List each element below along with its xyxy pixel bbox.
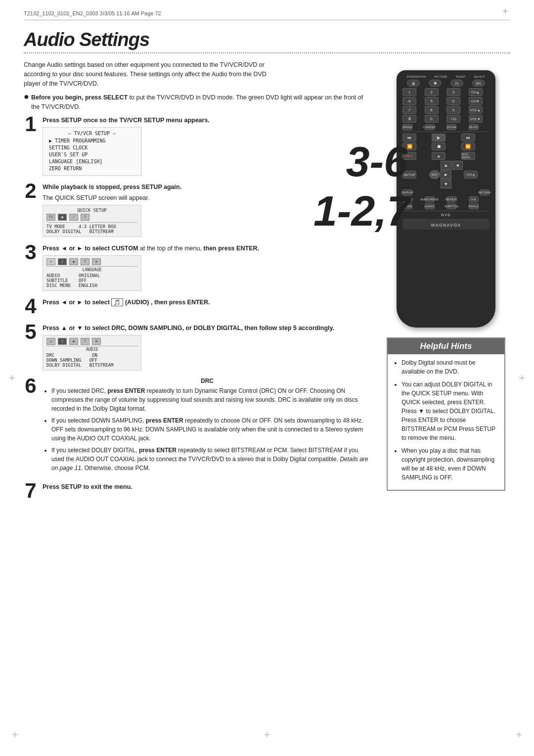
btn-title[interactable]: TITLE [464, 171, 478, 179]
page-container: T2132_1102_0102_EN2_0303 3/3/05 11:16 AM… [0, 0, 534, 756]
btn-ab[interactable]: A-B [469, 196, 479, 202]
btn-play[interactable]: ▶ [432, 134, 445, 142]
qs-icon-tv: TV [46, 214, 55, 221]
btn-standby[interactable]: ⏻ [407, 80, 420, 87]
numpad: 1 2 3 CH▲ 4 5 6 CH▼ 7 8 9 VOL▲ ⏸ 0 [402, 88, 490, 123]
qs5-icon1: ⊙ [46, 338, 55, 345]
helpful-hints-list: Dolby Digital sound must be available on… [394, 358, 498, 482]
btn-up[interactable]: ▲ [432, 152, 445, 160]
btn-rew[interactable]: ⏮ [402, 134, 416, 142]
dpad-area: SETUP ▲ ◄ ENT ► ▼ TITLE [402, 161, 490, 189]
remote-div1 [402, 132, 490, 132]
btn-mode[interactable]: MODE [402, 203, 412, 209]
step-7-number: 7 [24, 480, 38, 501]
btn-return[interactable]: RETURN [480, 189, 490, 195]
btn-picture[interactable]: ▣ [429, 80, 442, 87]
step-1-number: 1 [24, 114, 38, 135]
btn-rec[interactable]: REC [402, 152, 416, 160]
helpful-hints-header: Helpful Hints [388, 338, 504, 354]
btn-nav-up[interactable]: ▲ [441, 161, 451, 170]
btn-pause-num[interactable]: ⏸ [402, 115, 416, 123]
btn-disc-menu[interactable]: DISC MENU [461, 152, 475, 160]
right-column: STANDBY/ON PICTURE SLEEP SELECT ⏻ ▣ Zz S… [382, 60, 510, 508]
btn-audio[interactable]: AUDIO [425, 203, 435, 209]
step-2-number: 2 [24, 181, 38, 201]
step-2-content: While playback is stopped, press SETUP a… [43, 183, 372, 237]
mode-row: MODE AUDIO SUBTITLE ANGLE [402, 203, 490, 209]
step-3-content: Press ◄ or ► to select CUSTOM at the top… [43, 244, 372, 291]
btn-7[interactable]: 7 [402, 106, 416, 114]
helpful-hints-body: Dolby Digital sound must be available on… [388, 354, 504, 490]
qs5-icon5: ⊞ [92, 338, 101, 345]
header-meta: T2132_1102_0102_EN2_0303 3/3/05 11:16 AM… [24, 10, 161, 16]
drc-bullet-1: If you selected DRC, press ENTER repeate… [51, 386, 372, 413]
btn-ch-up[interactable]: CH▲ [469, 88, 483, 96]
btn-creset[interactable]: C.RESET [425, 124, 435, 130]
step-5-menu: ⊙ ♪ ◉ T ⊞ AUDIO DRC ON DOWN SAMPLING OFF… [43, 335, 141, 371]
btn-1[interactable]: 1 [402, 88, 416, 96]
step-1-content: Press SETUP once so the TV/VCR SETUP men… [43, 116, 372, 176]
hint-item-2: You can adjust DOLBY DIGITAL in the QUIC… [401, 380, 498, 442]
step-6-content: DRC If you selected DRC, press ENTER rep… [43, 378, 372, 475]
special-row: SPEED C.RESET ZOOM MUTE [402, 124, 490, 130]
step-1: 1 Press SETUP once so the TV/VCR SETUP m… [24, 116, 372, 176]
btn-zoom[interactable]: ZOOM [446, 124, 456, 130]
btn-mute[interactable]: MUTE [469, 124, 479, 130]
btn-plus10[interactable]: +10 [446, 115, 460, 123]
hint-item-1: Dolby Digital sound must be available on… [401, 358, 498, 376]
qs-icon-audio: ♪ [69, 214, 78, 221]
qs3-icon1: ⊙ [46, 258, 55, 265]
btn-fwd[interactable]: ⏭ [461, 134, 475, 142]
bottom-center-crosshair: + [264, 728, 270, 741]
step-2: 2 While playback is stopped, press SETUP… [24, 183, 372, 237]
btn-next[interactable]: ⏩ [461, 142, 475, 150]
btn-5[interactable]: 5 [425, 97, 439, 105]
btn-4[interactable]: 4 [402, 97, 416, 105]
step-4-content: Press ◄ or ► to select 🎵 (AUDIO) , then … [43, 298, 372, 309]
step-7-content: Press SETUP to exit the menu. [43, 482, 372, 494]
btn-select[interactable]: SEL [472, 80, 485, 87]
intro-text: Change Audio settings based on other equ… [24, 60, 281, 88]
step-4-number: 4 [24, 296, 38, 317]
btn-nav-left[interactable]: ◄ [452, 161, 463, 170]
btn-vol-down[interactable]: VOL▼ [469, 115, 483, 123]
helpful-hints-box: Helpful Hints Dolby Digital sound must b… [387, 337, 505, 491]
step-5-content: Press ▲ or ▼ to select DRC, DOWN SAMPLIN… [43, 324, 372, 371]
remote-top-labels: STANDBY/ON PICTURE SLEEP SELECT [402, 75, 490, 78]
btn-9[interactable]: 9 [446, 106, 460, 114]
remote-row-standby: ⏻ ▣ Zz SEL [402, 80, 490, 87]
step-4: 4 Press ◄ or ► to select 🎵 (AUDIO) , the… [24, 298, 372, 317]
btn-stop[interactable]: ⏹ [432, 142, 445, 150]
btn-subtitle[interactable]: SUBTITLE [446, 203, 456, 209]
bullet-dot: ● [24, 92, 29, 112]
btn-sleep[interactable]: Zz [450, 80, 463, 87]
btn-0[interactable]: 0 [425, 115, 439, 123]
remote-logo: MAGNAVOX [404, 223, 488, 228]
drc-bullets: If you selected DRC, press ENTER repeate… [43, 386, 372, 472]
step-5-number: 5 [24, 322, 38, 342]
drc-bullet-2: If you selected DOWN SAMPLING, press ENT… [51, 416, 372, 443]
btn-8[interactable]: 8 [425, 106, 439, 114]
btn-angle[interactable]: ANGLE [469, 203, 479, 209]
btn-enter[interactable]: ENT [429, 170, 440, 179]
btn-vol-up[interactable]: VOL▲ [469, 106, 483, 114]
btn-clear[interactable]: CLEAR [402, 196, 412, 202]
remote-bottom: MAGNAVOX [402, 219, 490, 230]
btn-2[interactable]: 2 [425, 88, 439, 96]
step-6-number: 6 [24, 376, 38, 396]
btn-display[interactable]: DISPLAY [402, 189, 412, 195]
btn-6[interactable]: 6 [446, 97, 460, 105]
right-mid-crosshair: + [519, 372, 525, 384]
btn-setup[interactable]: SETUP [402, 171, 416, 179]
btn-3[interactable]: 3 [446, 88, 460, 96]
qs-icon-disc: ◉ [58, 214, 67, 221]
btn-prev[interactable]: ⏪ [402, 142, 416, 150]
btn-nav-down[interactable]: ▼ [441, 180, 451, 189]
remote-control: STANDBY/ON PICTURE SLEEP SELECT ⏻ ▣ Zz S… [397, 70, 495, 328]
btn-repeat[interactable]: REPEAT [446, 196, 456, 202]
btn-searchmode[interactable]: SEARCH/MODE [425, 196, 435, 202]
header-crosshair [501, 9, 510, 18]
btn-nav-right[interactable]: ► [441, 170, 451, 179]
btn-ch-down[interactable]: CH▼ [469, 97, 483, 105]
btn-speed[interactable]: SPEED [402, 124, 412, 130]
